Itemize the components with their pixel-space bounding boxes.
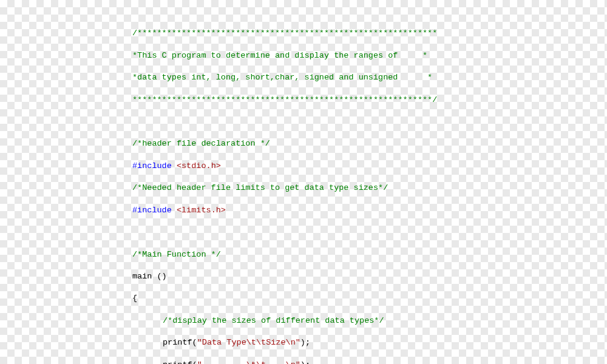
comment-main: /*Main Function */ <box>132 249 607 260</box>
comment-needed: /*Needed header file limits to get data … <box>132 183 607 194</box>
include-keyword: #include <box>132 206 172 215</box>
main-signature: main () <box>132 271 607 282</box>
printf-line: printf("---------\t\t----\n"); <box>132 360 607 364</box>
header-comment-l3: *data types int, long, short,char, signe… <box>132 72 607 83</box>
code-block: /***************************************… <box>0 0 607 364</box>
header-comment-l2: *This C program to determine and display… <box>132 50 607 61</box>
comment-display: /*display the sizes of different data ty… <box>132 315 607 326</box>
include-file: <limits.h> <box>177 206 226 215</box>
include-stdio: #include <stdio.h> <box>132 161 607 172</box>
header-comment-l4: ****************************************… <box>132 95 607 106</box>
header-comment-l1: /***************************************… <box>132 28 607 39</box>
comment-header-decl: /*header file declaration */ <box>132 138 607 149</box>
include-limits: #include <limits.h> <box>132 205 607 216</box>
printf-line: printf("Data Type\t\tSize\n"); <box>132 337 607 348</box>
brace-open: { <box>132 293 607 304</box>
include-keyword: #include <box>132 161 172 170</box>
include-file: <stdio.h> <box>177 161 221 170</box>
